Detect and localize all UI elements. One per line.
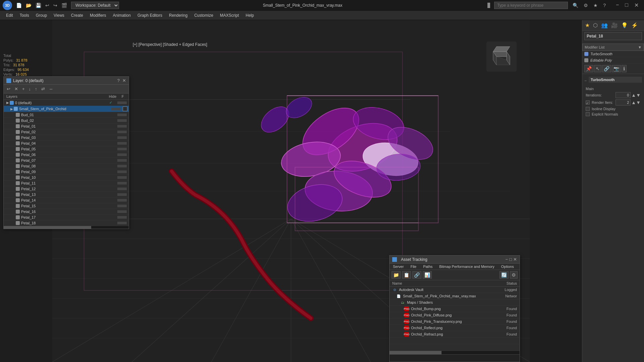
- rp-icon-6[interactable]: ⚡: [630, 21, 639, 29]
- rp-tool-info[interactable]: ℹ: [622, 65, 627, 72]
- menu-group[interactable]: Group: [33, 12, 50, 19]
- layers-delete-button[interactable]: ✕: [13, 86, 19, 92]
- layer-item[interactable]: ▶ 0 (default) ✓: [4, 100, 129, 106]
- rp-icon-3[interactable]: 👥: [600, 21, 609, 29]
- rp-icon-4[interactable]: 🎥: [610, 21, 619, 29]
- menu-tools[interactable]: Tools: [16, 12, 33, 19]
- asset-item[interactable]: PNG Orchid_Pink_Translucency.png Found: [390, 318, 520, 325]
- help-icon[interactable]: ?: [601, 2, 608, 9]
- menu-views[interactable]: Views: [50, 12, 68, 19]
- turbosmooth-collapse-icon[interactable]: −: [584, 78, 587, 83]
- asset-tool-2[interactable]: 📋: [402, 271, 411, 279]
- layers-add-button[interactable]: +: [21, 86, 26, 92]
- modifier-turbosmooth[interactable]: TurboSmooth: [582, 51, 644, 57]
- asset-item[interactable]: 🗂 Maps / Shaders: [390, 299, 520, 306]
- menu-graph-editors[interactable]: Graph Editors: [134, 12, 166, 19]
- modifier-editable-poly[interactable]: Editable Poly: [582, 57, 644, 64]
- asset-menu-options[interactable]: Options: [498, 264, 517, 270]
- layers-transfer-button[interactable]: ↔: [48, 86, 54, 92]
- new-file-icon[interactable]: 📄: [15, 2, 23, 9]
- asset-tool-3[interactable]: 🔗: [412, 271, 421, 279]
- render-iters-spinner[interactable]: ▲▼: [631, 100, 641, 105]
- asset-maximize-button[interactable]: □: [509, 257, 512, 262]
- iterations-input[interactable]: [616, 92, 631, 98]
- menu-edit[interactable]: Edit: [3, 12, 16, 19]
- layer-item[interactable]: Petal_15: [4, 203, 129, 209]
- iterations-spinner[interactable]: ▲▼: [631, 92, 641, 98]
- asset-tool-5[interactable]: 🔄: [500, 271, 509, 279]
- layer-item[interactable]: Petal_06: [4, 152, 129, 158]
- layer-item[interactable]: Petal_16: [4, 209, 129, 215]
- scene-icon[interactable]: 🎬: [60, 2, 68, 9]
- layer-item[interactable]: Petal_17: [4, 215, 129, 220]
- layer-item[interactable]: Petal_09: [4, 169, 129, 175]
- layer-item[interactable]: Bud_01: [4, 112, 129, 118]
- asset-menu-file[interactable]: File: [407, 264, 420, 270]
- asset-menu-server[interactable]: Server: [390, 264, 407, 270]
- rp-tool-pin[interactable]: 📌: [584, 65, 593, 72]
- layers-link-button[interactable]: ⇄: [40, 86, 46, 92]
- layers-move-down-button[interactable]: ↓: [28, 86, 32, 92]
- asset-item[interactable]: PNG Orchid_Bump.png Found: [390, 306, 520, 312]
- layer-item[interactable]: Petal_08: [4, 163, 129, 169]
- maximize-button[interactable]: □: [622, 1, 631, 9]
- asset-close-button[interactable]: ✕: [513, 257, 517, 262]
- layers-horizontal-scrollbar[interactable]: [4, 226, 129, 229]
- isoline-checkbox[interactable]: [586, 107, 590, 111]
- asset-tool-6[interactable]: ⚙: [510, 271, 518, 279]
- layer-item[interactable]: Petal_14: [4, 198, 129, 203]
- layer-item[interactable]: Petal_01: [4, 124, 129, 129]
- asset-menu-bitmap[interactable]: Bitmap Performance and Memory: [436, 264, 497, 270]
- menu-customize[interactable]: Customize: [191, 12, 217, 19]
- modifier-list-header[interactable]: Modifier List ▼: [582, 44, 644, 51]
- layers-move-up-button[interactable]: ↑: [34, 86, 38, 92]
- layer-item[interactable]: Petal_04: [4, 141, 129, 146]
- menu-maxscript[interactable]: MAXScript: [217, 12, 242, 19]
- search-icon[interactable]: 🔍: [571, 2, 580, 9]
- layer-item[interactable]: Petal_18: [4, 220, 129, 226]
- asset-item[interactable]: PNG Orchid_Reflect.png Found: [390, 325, 520, 331]
- layer-item[interactable]: Petal_11: [4, 180, 129, 186]
- asset-tool-1[interactable]: 📁: [392, 271, 401, 279]
- open-file-icon[interactable]: 📂: [24, 2, 33, 9]
- search-input[interactable]: [494, 2, 568, 9]
- layers-hscroll-thumb[interactable]: [4, 226, 91, 229]
- layer-item[interactable]: Petal_02: [4, 129, 129, 135]
- menu-create[interactable]: Create: [68, 12, 86, 19]
- asset-item[interactable]: PNG Orchid_Pink_Diffuse.png Found: [390, 312, 520, 318]
- menu-rendering[interactable]: Rendering: [166, 12, 191, 19]
- close-button[interactable]: ✕: [632, 1, 641, 9]
- asset-item[interactable]: PNG Orchid_Refract.png Found: [390, 331, 520, 338]
- rp-icon-5[interactable]: 💡: [620, 21, 629, 29]
- rp-icon-2[interactable]: ⬡: [592, 21, 599, 29]
- layer-item[interactable]: Petal_10: [4, 175, 129, 180]
- redo-icon[interactable]: ↪: [52, 2, 59, 9]
- layer-item[interactable]: Petal_05: [4, 146, 129, 152]
- object-name[interactable]: Petal_18: [584, 32, 642, 40]
- layer-item[interactable]: Petal_07: [4, 158, 129, 163]
- asset-item[interactable]: 📄 Small_Stem_of_Pink_Orchid_max_vray.max…: [390, 293, 520, 299]
- save-file-icon[interactable]: 💾: [34, 2, 43, 9]
- minimize-button[interactable]: −: [613, 1, 622, 9]
- layer-item[interactable]: ▶ Small_Stem_of_Pink_Orchid: [4, 106, 129, 112]
- asset-horizontal-scrollbar[interactable]: [390, 351, 520, 354]
- explicit-checkbox[interactable]: [586, 112, 590, 116]
- layer-item[interactable]: Petal_13: [4, 192, 129, 198]
- cube-widget[interactable]: [486, 42, 517, 72]
- rp-tool-link[interactable]: 🔗: [602, 65, 611, 72]
- asset-minimize-button[interactable]: −: [506, 257, 508, 262]
- modifier-list-dropdown-icon[interactable]: ▼: [638, 45, 642, 49]
- asset-item[interactable]: ⚙ Autodesk Vault Logged: [390, 287, 520, 293]
- rp-tool-camera[interactable]: 📷: [612, 65, 621, 72]
- layers-close-button[interactable]: ✕: [122, 78, 126, 83]
- layers-help-button[interactable]: ?: [117, 78, 120, 83]
- layer-item[interactable]: Petal_03: [4, 135, 129, 141]
- menu-help[interactable]: Help: [242, 12, 257, 19]
- render-iters-input[interactable]: [616, 99, 631, 105]
- settings-icon[interactable]: ⚙: [582, 2, 590, 9]
- asset-menu-paths[interactable]: Paths: [420, 264, 436, 270]
- workspace-select[interactable]: Workspace: Default: [71, 2, 119, 9]
- undo-icon[interactable]: ↩: [44, 2, 51, 9]
- rp-tool-select[interactable]: ↖: [594, 65, 601, 72]
- asset-tool-4[interactable]: 📊: [423, 271, 432, 279]
